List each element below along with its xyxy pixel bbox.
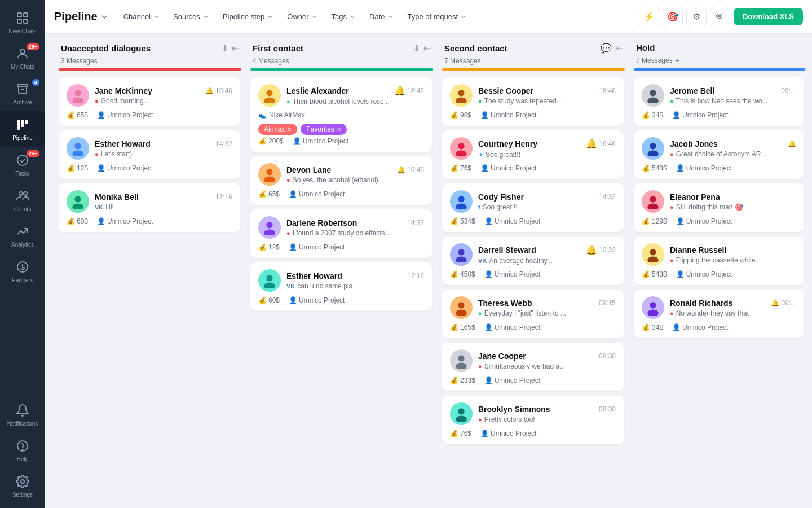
sidebar-label: Help: [17, 456, 29, 462]
card-info: Jane Cooper 08:30 ● Simultaneously we ha…: [478, 352, 616, 370]
sidebar-item-notifications[interactable]: Notifications: [0, 397, 45, 432]
card-name: Darrell Steward: [478, 246, 536, 255]
card-time: 08:30: [599, 352, 616, 360]
chat-card[interactable]: Jerome Bell 09:... ● This is how Neo see…: [634, 77, 804, 126]
sidebar-item-clients[interactable]: Clients: [0, 182, 45, 218]
archive-col-icon[interactable]: ⬇: [221, 43, 228, 54]
sidebar-item-my-chats[interactable]: 25+ My Chats: [0, 40, 45, 76]
sidebar-item-new-chats[interactable]: New Chats: [0, 5, 45, 40]
svg-point-46: [650, 143, 656, 149]
chat-card[interactable]: Dianne Russell ● Flipping the cassette w…: [634, 237, 804, 285]
chat-card[interactable]: Jane Cooper 08:30 ● Simultaneously we ha…: [442, 343, 624, 391]
card-msg: f Soo great!!!: [478, 203, 616, 211]
sidebar-item-analytics[interactable]: Analytics: [0, 218, 45, 253]
card-top: Jacob Jones 🔔 ● Great choice of Acronym …: [642, 137, 796, 160]
tag[interactable]: Airmax ✕: [258, 124, 297, 135]
archive-col-icon[interactable]: 💬: [601, 43, 612, 54]
card-msg: ● Still doing this man 🎯: [670, 203, 796, 211]
card-amount: 💰60$: [258, 296, 280, 304]
chat-card[interactable]: Monika Bell 12:16 VK Hi! 💰60$: [59, 183, 240, 232]
chat-card[interactable]: Ronald Richards 🔔 09:... ● No wonder the…: [634, 290, 804, 338]
sidebar-item-settings[interactable]: Settings: [0, 468, 45, 503]
flash-button[interactable]: ⚡: [639, 7, 659, 27]
sidebar-label: New Chats: [9, 28, 37, 34]
date-filter[interactable]: Date: [364, 9, 399, 24]
chat-card[interactable]: Jane McKinney 🔔 16:46 ● Good morning..: [59, 77, 240, 126]
card-project: 👤Umnico Project: [484, 323, 540, 331]
column-first-contact: First contact ⬇ ⇤ 4 Messages: [246, 43, 438, 499]
card-name: Jacob Jones: [670, 139, 718, 148]
sidebar-item-archive[interactable]: 4 Archive: [0, 76, 45, 111]
avatar: [258, 269, 281, 292]
msg-channel-icon: ●: [95, 98, 99, 104]
card-name: Jerome Bell: [670, 86, 714, 95]
chat-card[interactable]: Leslie Alexander 🔔 18:46 ● Their blood a…: [250, 77, 432, 152]
card-top: Ronald Richards 🔔 09:... ● No wonder the…: [642, 296, 796, 319]
chat-card[interactable]: Jacob Jones 🔔 ● Great choice of Acronym …: [634, 130, 804, 179]
chat-card[interactable]: Eleanor Pena ● Still doing this man 🎯 💰1…: [634, 183, 804, 232]
owner-filter[interactable]: Owner: [281, 9, 323, 24]
chat-card[interactable]: Devon Lane 🔔 16:46 ● So yes, the alcohol…: [250, 156, 432, 205]
sidebar-item-tasks[interactable]: 25+ Tasks: [0, 147, 45, 182]
tags-filter[interactable]: Tags: [326, 9, 361, 24]
card-time: 14:32: [407, 219, 424, 227]
collapse-col-icon[interactable]: ⇤: [615, 43, 623, 54]
msg-channel-icon: ●: [286, 98, 290, 105]
new-chats-icon: [15, 10, 30, 26]
chat-card[interactable]: Bessie Cooper 18:46 ● The study was repe…: [442, 77, 624, 126]
svg-point-45: [647, 98, 659, 104]
eye-button[interactable]: 👁: [710, 7, 730, 27]
card-top: Darlene Robertson 14:32 ● I found a 2007…: [258, 216, 424, 239]
pipeline-step-filter[interactable]: Pipeline step: [217, 9, 279, 24]
card-bottom: 💰233$ 👤Umnico Project: [450, 376, 616, 384]
archive-col-icon[interactable]: ⬇: [413, 43, 420, 54]
chat-card[interactable]: Cody Fisher 14:32 f Soo great!!! 💰534$ 👤…: [442, 183, 624, 232]
avatar: [450, 349, 473, 372]
tag[interactable]: Favorites ✕: [301, 124, 346, 135]
target-button[interactable]: 🎯: [663, 7, 683, 27]
svg-point-19: [72, 151, 83, 157]
chat-card[interactable]: Darlene Robertson 14:32 ● I found a 2007…: [250, 209, 432, 258]
msg-channel-icon: ●: [670, 151, 674, 157]
svg-rect-6: [17, 120, 20, 130]
card-amount: 💰450$: [450, 270, 475, 278]
card-top: Esther Howard 12:16 VK can u do same pls: [258, 269, 424, 292]
chat-card[interactable]: Theresa Webb 09:15 ● Everyday I "just" l…: [442, 290, 624, 338]
svg-point-10: [19, 192, 23, 195]
card-amount: 💰60$: [67, 217, 88, 225]
card-name: Monika Bell: [95, 192, 139, 202]
card-amount: 💰12$: [67, 164, 88, 172]
sidebar-item-pipeline[interactable]: Pipeline: [0, 111, 45, 147]
card-amount: 💰34$: [642, 111, 663, 119]
chat-card[interactable]: Courtney Henry 🔔 16:46 ✈ Soo great!!!: [442, 130, 624, 179]
gear-button[interactable]: ⚙: [686, 7, 707, 27]
request-type-filter[interactable]: Type of request: [402, 9, 473, 24]
card-info: Esther Howard 14:32 ● Let's start): [95, 139, 232, 158]
card-project: 👤Umnico Project: [480, 430, 536, 437]
card-amount: 💰12$: [258, 243, 280, 251]
card-name: Bessie Cooper: [478, 86, 533, 95]
card-amount: 💰200$: [258, 137, 284, 145]
card-project: 👤Umnico Project: [672, 323, 728, 331]
chat-card[interactable]: Esther Howard 12:16 VK can u do same pls…: [250, 262, 432, 311]
settings-icon: [15, 474, 30, 489]
sidebar-item-help[interactable]: Help: [0, 432, 45, 468]
collapse-col-icon[interactable]: ⇤: [423, 43, 431, 54]
chat-card[interactable]: Esther Howard 14:32 ● Let's start) 💰12$: [59, 130, 240, 179]
sidebar-label: Clients: [14, 206, 32, 212]
chat-card[interactable]: Brooklyn Simmons 08:30 ● Pretty colors t…: [442, 396, 624, 444]
svg-point-43: [456, 416, 467, 422]
channel-filter[interactable]: Channel: [118, 9, 165, 24]
svg-point-41: [456, 363, 467, 369]
card-name: Jane McKinney: [95, 86, 152, 95]
card-bottom: 💰12$ 👤Umnico Project: [258, 243, 424, 251]
collapse-col-icon[interactable]: ⇤: [232, 43, 239, 54]
sidebar-item-partners[interactable]: Partners: [0, 253, 45, 289]
col-title: Second contact: [444, 43, 508, 53]
download-xls-button[interactable]: Download XLS: [734, 8, 803, 25]
sources-filter[interactable]: Sources: [167, 9, 215, 24]
svg-point-16: [74, 90, 81, 96]
avatar: [642, 137, 664, 160]
chat-card[interactable]: Darrell Steward 🔔 10:32 VK An average he…: [442, 237, 624, 285]
msg-channel-icon: ●: [286, 177, 290, 183]
